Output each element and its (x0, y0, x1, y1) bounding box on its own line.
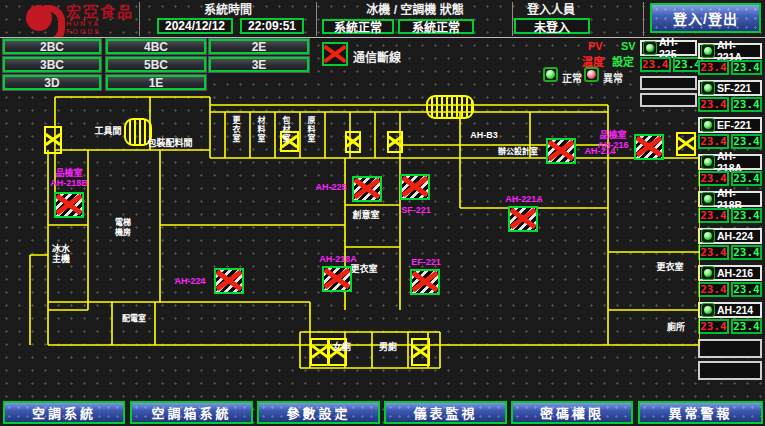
shaft-x-icon (44, 126, 62, 154)
room-label: AH-B3 (466, 130, 502, 140)
nav-button-3bc[interactable]: 3BC (3, 57, 101, 72)
shaft-x-icon (411, 338, 430, 366)
device-name: AH-214 (717, 304, 753, 316)
ahu-offline-icon-ah218a[interactable] (322, 266, 352, 292)
ahu-unit-label: AH-225 (312, 182, 350, 192)
logo-title: 宏亞食品 (66, 4, 138, 20)
status-led-icon (701, 192, 715, 206)
sv-value: 23.4 (731, 282, 762, 297)
sv-value: 23.4 (731, 60, 762, 75)
room-label: 電梯機房 (112, 218, 134, 238)
normal-led-icon (543, 67, 558, 82)
pv-value: 23.4 (698, 208, 729, 223)
ahu-offline-icon-ah225[interactable] (352, 176, 382, 202)
nav-button-2bc[interactable]: 2BC (3, 39, 101, 54)
footer-button-hvac-system[interactable]: 空調系統 (3, 401, 125, 424)
ahu-offline-icon-ah214[interactable] (546, 138, 576, 164)
nav-button-5bc[interactable]: 5BC (106, 57, 206, 72)
abnormal-led-icon (584, 67, 599, 82)
status-led-icon (701, 44, 715, 58)
system-clock-value: 22:09:51 (240, 18, 304, 34)
room-label: 辦公設計室 (490, 147, 546, 157)
status-led-icon (701, 118, 715, 132)
ahu-offline-icon-ef221[interactable] (410, 269, 440, 295)
room-label: 男廁 (376, 342, 400, 352)
pv-value: 23.4 (698, 97, 729, 112)
device-name: AH-216 (717, 267, 753, 279)
sv-value: 23.4 (731, 319, 762, 334)
room-label-vertical: 包材室 (280, 116, 290, 156)
logo-subtitle: HUNYA FOODS (66, 20, 138, 36)
footer-button-password-authority[interactable]: 密碼權限 (511, 401, 633, 424)
abnormal-label: 異常 (603, 70, 623, 85)
nav-button-4bc[interactable]: 4BC (106, 39, 206, 54)
empty-device-slot (698, 339, 762, 358)
status-led-icon (701, 303, 715, 317)
pv-value: 23.4 (698, 282, 729, 297)
hmi-screen: 宏亞食品 HUNYA FOODS 系統時間 2024/12/12 22:09:5… (0, 0, 765, 426)
footer-button-ahu-system[interactable]: 空調箱系統 (130, 401, 253, 424)
normal-label: 正常 (562, 70, 582, 85)
chiller-status-value: 系統正常 (322, 19, 394, 34)
sv-value: 23.4 (731, 134, 762, 149)
ahu-unit-label: SF-221 (394, 205, 438, 215)
legend-pv: PV (588, 40, 603, 52)
device-ah224[interactable]: AH-224 (698, 228, 762, 244)
stairs-icon (426, 95, 474, 119)
system-date-value: 2024/12/12 (157, 18, 233, 34)
sv-value: 23.4 (731, 97, 762, 112)
device-sf221[interactable]: SF-221 (698, 80, 762, 96)
pv-value: 23.4 (698, 134, 729, 149)
login-logout-button[interactable]: 登入/登出 (650, 3, 761, 33)
ahu-unit-label: AH-218A (314, 254, 362, 264)
sv-value: 23.4 (731, 208, 762, 223)
footer-button-meter-monitor[interactable]: 儀表監視 (384, 401, 507, 424)
device-ah218b[interactable]: AH-218B (698, 191, 762, 207)
ahu-offline-icon-ah216[interactable] (634, 134, 664, 160)
ahu-unit-label: EF-221 (404, 257, 448, 267)
footer-button-parameter-settings[interactable]: 參數設定 (257, 401, 380, 424)
pv-value: 23.4 (698, 171, 729, 186)
status-led-icon (643, 41, 657, 55)
empty-device-slot (640, 76, 697, 90)
nav-button-3e[interactable]: 3E (209, 57, 309, 72)
ahu-unit-label: AH-221A (498, 194, 550, 204)
shaft-x-icon (676, 132, 696, 156)
shaft-x-icon (345, 131, 361, 153)
ahu-offline-icon-ah221a[interactable] (508, 206, 538, 232)
room-label-vertical: 材料室 (255, 116, 265, 156)
shaft-x-icon (387, 131, 403, 153)
ahu-offline-icon-ah224[interactable] (214, 268, 244, 294)
legend-sv: SV (621, 40, 636, 52)
device-ah225-values: 23.4 23.4 (640, 57, 697, 72)
pv-value: 23.4 (640, 57, 671, 72)
device-ah214[interactable]: AH-214 (698, 302, 762, 318)
room-label: 工具間 (88, 126, 128, 136)
footer-button-alarm[interactable]: 異常警報 (638, 401, 763, 424)
nav-button-2e[interactable]: 2E (209, 39, 309, 54)
ahu-offline-icon-ah218b[interactable] (54, 192, 84, 218)
empty-device-slot (698, 361, 762, 380)
sv-value: 23.4 (731, 171, 762, 186)
nav-button-3d[interactable]: 3D (3, 75, 101, 90)
comm-offline-label: 通信斷線 (353, 48, 401, 65)
status-led-icon (701, 266, 715, 280)
header-bar: 宏亞食品 HUNYA FOODS 系統時間 2024/12/12 22:09:5… (0, 0, 765, 38)
legend-sv-caption: 設定 (612, 53, 634, 69)
room-label: 冰水主機 (50, 244, 72, 264)
ahu-offline-icon-sf221[interactable] (400, 174, 430, 200)
room-label: 包裝配料間 (138, 138, 202, 148)
logo: 宏亞食品 HUNYA FOODS (4, 2, 138, 36)
pv-value: 23.4 (698, 319, 729, 334)
device-ah216[interactable]: AH-216 (698, 265, 762, 281)
login-label: 登入人員 (515, 3, 587, 17)
device-name: SF-221 (717, 82, 751, 94)
status-led-icon (701, 155, 715, 169)
nav-button-1e[interactable]: 1E (106, 75, 206, 90)
device-ah225[interactable]: AH-225 (640, 40, 697, 56)
system-time-label: 系統時間 (140, 3, 316, 17)
pv-value: 23.4 (698, 245, 729, 260)
device-ah221a[interactable]: AH-221A (698, 43, 762, 59)
device-ef221[interactable]: EF-221 (698, 117, 762, 133)
device-ah218a[interactable]: AH-218A (698, 154, 762, 170)
